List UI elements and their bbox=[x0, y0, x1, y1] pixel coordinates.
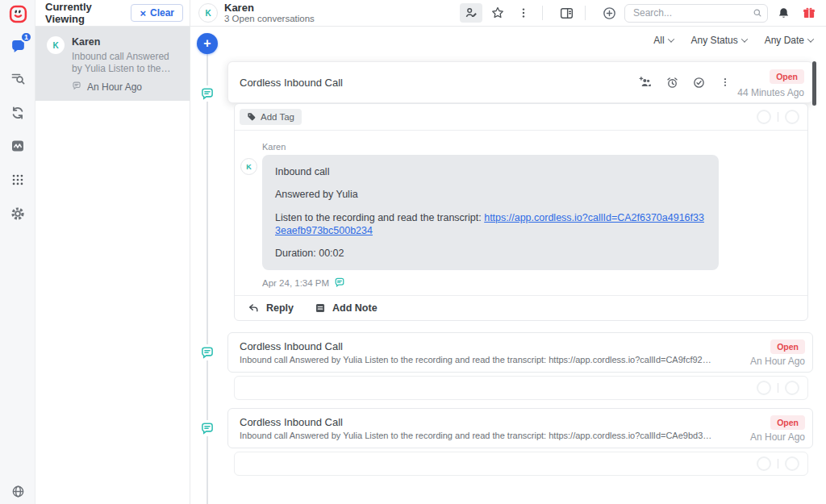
new-ticket-button[interactable]: + bbox=[197, 33, 218, 54]
conversation-preview: Inbound call Answered by Yulia Listen to… bbox=[72, 51, 180, 74]
filter-inbox-label: All bbox=[653, 35, 664, 46]
message-thread: Karen K Inbound call Answered by Yulia L… bbox=[235, 131, 807, 295]
ticket-card[interactable]: Cordless Inbound Call Inbound call Answe… bbox=[227, 408, 813, 448]
chat-bubble-icon bbox=[72, 81, 81, 93]
filter-status-label: Any Status bbox=[691, 35, 738, 46]
message-line: Inbound call bbox=[275, 165, 706, 178]
search-box bbox=[624, 4, 768, 23]
more-options-icon[interactable] bbox=[513, 3, 534, 23]
reply-arrow-icon bbox=[248, 302, 260, 314]
filter-bar: All Any Status Any Date bbox=[653, 35, 813, 46]
divider bbox=[778, 459, 778, 469]
apps-grid-icon[interactable] bbox=[8, 170, 27, 190]
ticket-time: 44 Minutes Ago bbox=[737, 87, 804, 98]
assign-agent-icon[interactable] bbox=[460, 3, 482, 23]
ticket-preview: Inbound call Answered by Yulia Listen to… bbox=[240, 355, 712, 364]
stats-icon[interactable] bbox=[8, 136, 27, 156]
status-badge: Open bbox=[770, 339, 805, 354]
gorgias-logo-icon[interactable] bbox=[8, 4, 27, 23]
filter-date[interactable]: Any Date bbox=[765, 35, 813, 46]
notifications-bell-icon[interactable] bbox=[773, 3, 794, 23]
snooze-alarm-icon[interactable] bbox=[665, 75, 679, 90]
message-bubble: Inbound call Answered by Yulia Listen to… bbox=[262, 155, 719, 270]
close-ticket-check-icon[interactable] bbox=[691, 75, 706, 90]
conversation-list-item[interactable]: K Karen Inbound call Answered by Yulia L… bbox=[35, 27, 190, 101]
ticket-title: Cordless Inbound Call bbox=[240, 340, 343, 352]
reply-button[interactable]: Reply bbox=[248, 302, 294, 314]
side-panel-toggle-icon[interactable] bbox=[556, 3, 577, 23]
sync-icon[interactable] bbox=[8, 103, 27, 123]
conversation-name: Karen bbox=[72, 36, 180, 48]
more-options-icon[interactable] bbox=[718, 75, 732, 90]
ticket-title: Cordless Inbound Call bbox=[240, 77, 343, 89]
star-icon[interactable] bbox=[487, 3, 508, 23]
message-duration: Duration: 00:02 bbox=[275, 247, 706, 260]
reply-label: Reply bbox=[266, 302, 294, 314]
assignee-placeholder[interactable] bbox=[757, 456, 771, 471]
panel-title: Currently Viewing bbox=[45, 1, 131, 25]
clear-button[interactable]: × Clear bbox=[131, 4, 183, 22]
avatar: K bbox=[47, 36, 65, 54]
channel-chat-icon bbox=[199, 85, 215, 102]
ticket-feed: All Any Status Any Date + bbox=[190, 27, 826, 504]
scrollbar[interactable] bbox=[812, 61, 816, 106]
avatar: K bbox=[198, 3, 218, 23]
left-icon-rail: 1 bbox=[0, 0, 35, 504]
assignee-placeholder[interactable] bbox=[785, 110, 799, 124]
divider bbox=[778, 383, 778, 393]
channel-chat-icon bbox=[199, 344, 215, 360]
chat-bubble-icon bbox=[334, 277, 345, 289]
ticket-title: Cordless Inbound Call bbox=[240, 416, 343, 428]
message-timestamp: Apr 24, 1:34 PM bbox=[262, 278, 329, 288]
ticket-preview: Inbound call Answered by Yulia Listen to… bbox=[240, 431, 712, 440]
plus-icon: + bbox=[203, 36, 211, 51]
assignee-placeholder[interactable] bbox=[785, 381, 799, 395]
conversation-time: An Hour Ago bbox=[87, 81, 142, 93]
settings-gear-icon[interactable] bbox=[8, 204, 27, 223]
create-ticket-icon[interactable] bbox=[599, 3, 620, 23]
ticket-footer-strip bbox=[234, 452, 808, 476]
customer-name: Karen bbox=[224, 2, 315, 14]
message-line: Answered by Yulia bbox=[275, 188, 706, 201]
message-sender: Karen bbox=[262, 142, 807, 152]
divider bbox=[778, 112, 778, 122]
divider bbox=[542, 6, 543, 20]
filter-status[interactable]: Any Status bbox=[691, 35, 747, 46]
add-tag-button[interactable]: Add Tag bbox=[240, 109, 302, 125]
status-badge: Open bbox=[770, 69, 804, 84]
ticket-time: An Hour Ago bbox=[750, 431, 805, 443]
ticket-time: An Hour Ago bbox=[750, 356, 805, 367]
assignee-area bbox=[757, 110, 799, 124]
globe-icon[interactable] bbox=[8, 481, 27, 501]
chevron-down-icon bbox=[667, 35, 674, 42]
status-badge: Open bbox=[770, 415, 805, 430]
assignee-placeholder[interactable] bbox=[757, 110, 771, 124]
conversations-icon[interactable]: 1 bbox=[8, 35, 27, 55]
search-filter-icon[interactable] bbox=[8, 69, 27, 88]
filter-inbox[interactable]: All bbox=[653, 35, 673, 46]
add-follower-icon[interactable] bbox=[638, 75, 653, 90]
note-icon bbox=[315, 302, 326, 314]
ticket-body: Add Tag Karen K Inbound call Answered by… bbox=[234, 103, 808, 321]
ticket-card[interactable]: Cordless Inbound Call Inbound call Answe… bbox=[227, 332, 813, 373]
channel-chat-icon bbox=[199, 420, 215, 436]
ticket-footer-strip bbox=[234, 376, 808, 400]
whats-new-gift-icon[interactable] bbox=[799, 3, 820, 23]
avatar: K bbox=[240, 158, 257, 175]
search-input[interactable] bbox=[624, 4, 768, 23]
assignee-placeholder[interactable] bbox=[785, 456, 799, 471]
assignee-placeholder[interactable] bbox=[757, 381, 771, 395]
search-icon bbox=[752, 7, 763, 22]
app-window: 1 bbox=[0, 0, 826, 504]
unread-count-badge: 1 bbox=[20, 31, 32, 43]
filter-date-label: Any Date bbox=[765, 35, 804, 46]
currently-viewing-header: Currently Viewing × Clear bbox=[35, 0, 190, 27]
tag-icon bbox=[247, 112, 257, 122]
open-conversations-count: 3 Open conversations bbox=[224, 14, 315, 23]
currently-viewing-panel: Currently Viewing × Clear K Karen Inboun… bbox=[35, 0, 190, 504]
ticket-header-card[interactable]: Cordless Inbound Call bbox=[227, 61, 813, 103]
chevron-down-icon bbox=[740, 35, 747, 42]
conversation-header: K Karen 3 Open conversations bbox=[190, 0, 826, 27]
message-line: Listen to the recording and read the tra… bbox=[275, 212, 484, 223]
add-note-button[interactable]: Add Note bbox=[315, 302, 378, 314]
